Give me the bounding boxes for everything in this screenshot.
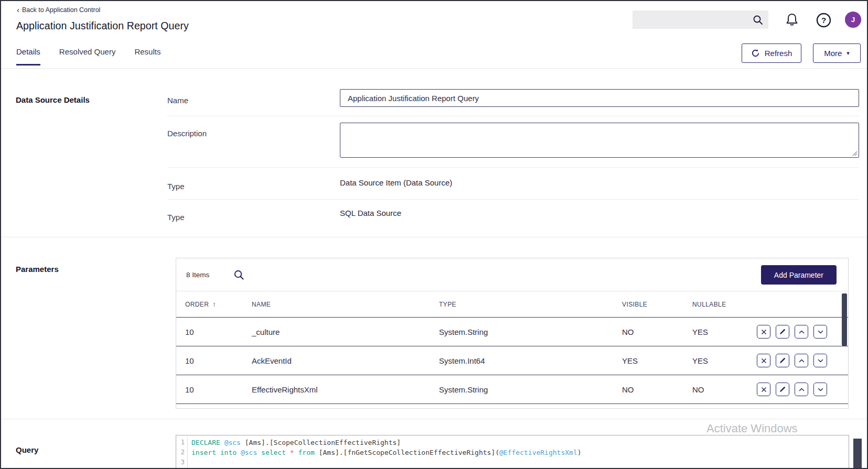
- delete-parameter-button[interactable]: [757, 354, 770, 367]
- resize-handle-icon[interactable]: [852, 150, 858, 156]
- global-search-input[interactable]: [633, 10, 753, 29]
- help-icon[interactable]: ?: [816, 12, 831, 28]
- code-line: 3: [176, 457, 849, 467]
- section-divider: [1, 237, 868, 237]
- x-icon: [761, 358, 767, 364]
- row-actions: [757, 383, 848, 396]
- edit-parameter-button[interactable]: [776, 383, 789, 396]
- delete-parameter-button[interactable]: [757, 383, 770, 396]
- tabs-divider: [1, 68, 868, 69]
- pencil-icon: [779, 357, 786, 364]
- sql-query-editor[interactable]: 1 DECLARE @scs [Ams].[ScopeCollectionEff…: [176, 435, 849, 469]
- type-value: Data Source Item (Data Source): [340, 178, 452, 187]
- tab-details-label: Details: [16, 47, 40, 56]
- cell-order: 10: [185, 356, 252, 365]
- cell-order: 10: [185, 328, 252, 336]
- line-number: 2: [176, 448, 188, 457]
- sort-arrow-up-icon[interactable]: ↑: [212, 300, 216, 308]
- chevron-down-icon: [818, 359, 823, 363]
- cell-visible: YES: [622, 356, 692, 365]
- page-scrollbar-thumb[interactable]: [853, 439, 862, 469]
- field-divider: [167, 116, 859, 116]
- back-to-application-control-link[interactable]: ‹ Back to Application Control: [17, 6, 100, 14]
- column-header-nullable[interactable]: NULLABLE: [692, 301, 757, 308]
- row-actions: [757, 325, 848, 339]
- section-title-parameters: Parameters: [16, 265, 59, 274]
- column-header-type[interactable]: TYPE: [439, 301, 622, 308]
- refresh-icon: [751, 49, 760, 58]
- cell-visible: NO: [622, 328, 692, 336]
- more-button[interactable]: More ▾: [813, 43, 861, 63]
- cell-nullable: YES: [692, 328, 757, 336]
- column-header-name[interactable]: NAME: [252, 301, 439, 308]
- avatar-initial: J: [851, 16, 855, 24]
- column-header-visible[interactable]: VISIBLE: [622, 301, 692, 308]
- row-actions: [757, 354, 848, 367]
- page-title: Application Justification Report Query: [16, 20, 189, 32]
- cell-type: System.String: [439, 385, 622, 394]
- type-label: Type: [167, 182, 185, 191]
- avatar[interactable]: J: [845, 12, 861, 28]
- code-text: DECLARE @scs [Ams].[ScopeCollectionEffec…: [188, 438, 401, 448]
- code-line: 1 DECLARE @scs [Ams].[ScopeCollectionEff…: [176, 438, 849, 448]
- search-icon[interactable]: [753, 15, 763, 25]
- refresh-button[interactable]: Refresh: [742, 43, 801, 63]
- more-label: More: [824, 49, 842, 58]
- type2-value: SQL Data Source: [340, 209, 401, 217]
- chevron-down-icon: [818, 388, 823, 391]
- chevron-up-icon: [799, 388, 805, 391]
- move-parameter-down-button[interactable]: [813, 354, 827, 367]
- caret-down-icon: ▾: [846, 50, 850, 56]
- bell-icon[interactable]: [784, 12, 800, 28]
- description-label: Description: [167, 129, 207, 138]
- code-text: insert into @scs select * from [Ams].[fn…: [188, 448, 582, 457]
- application-justification-report-query-page: ‹ Back to Application Control Applicatio…: [0, 0, 868, 469]
- tab-resolved-query[interactable]: Resolved Query: [59, 47, 116, 66]
- edit-parameter-button[interactable]: [776, 354, 789, 367]
- cell-nullable: YES: [692, 356, 757, 365]
- global-search: [633, 10, 768, 29]
- cell-visible: NO: [622, 385, 692, 394]
- description-textarea[interactable]: [340, 123, 859, 158]
- line-number: 1: [176, 438, 188, 448]
- move-parameter-down-button[interactable]: [813, 383, 827, 396]
- cell-name: _culture: [252, 328, 439, 336]
- table-search-icon[interactable]: [233, 269, 244, 280]
- code-line: 2 insert into @scs select * from [Ams].[…: [176, 448, 849, 457]
- field-divider: [167, 167, 859, 168]
- back-link-label: Back to Application Control: [22, 6, 100, 14]
- tab-results[interactable]: Results: [134, 47, 160, 66]
- edit-parameter-button[interactable]: [776, 325, 789, 339]
- items-count: 8 Items: [186, 271, 209, 279]
- move-parameter-up-button[interactable]: [795, 354, 808, 367]
- table-row: 10 EffectiveRightsXml System.String NO N…: [176, 375, 848, 404]
- cell-type: System.Int64: [439, 356, 622, 365]
- pencil-icon: [779, 329, 786, 335]
- tab-resolved-query-label: Resolved Query: [59, 47, 116, 56]
- section-divider: [1, 419, 868, 419]
- name-label: Name: [167, 96, 188, 105]
- section-title-data-source-details: Data Source Details: [16, 95, 90, 104]
- cell-order: 10: [185, 385, 252, 394]
- pencil-icon: [779, 386, 786, 392]
- cell-name: EffectiveRightsXml: [252, 385, 439, 394]
- name-input[interactable]: [340, 89, 859, 107]
- chevron-up-icon: [799, 359, 805, 363]
- field-divider: [167, 199, 859, 200]
- type2-label: Type: [167, 213, 185, 222]
- svg-text:?: ?: [821, 16, 826, 25]
- tab-results-label: Results: [134, 47, 160, 56]
- chevron-up-icon: [799, 330, 805, 334]
- table-scrollbar-thumb[interactable]: [842, 293, 847, 346]
- tab-details[interactable]: Details: [16, 47, 40, 66]
- move-parameter-up-button[interactable]: [795, 325, 808, 339]
- parameters-table-header: ORDER ↑ NAME TYPE VISIBLE NULLABLE: [176, 291, 848, 318]
- code-text: [188, 457, 191, 467]
- refresh-label: Refresh: [765, 49, 792, 58]
- column-header-order[interactable]: ORDER ↑: [185, 300, 252, 308]
- add-parameter-button[interactable]: Add Parameter: [761, 265, 837, 285]
- cell-type: System.String: [439, 328, 622, 336]
- move-parameter-down-button[interactable]: [813, 325, 827, 339]
- delete-parameter-button[interactable]: [757, 325, 770, 339]
- move-parameter-up-button[interactable]: [795, 383, 808, 396]
